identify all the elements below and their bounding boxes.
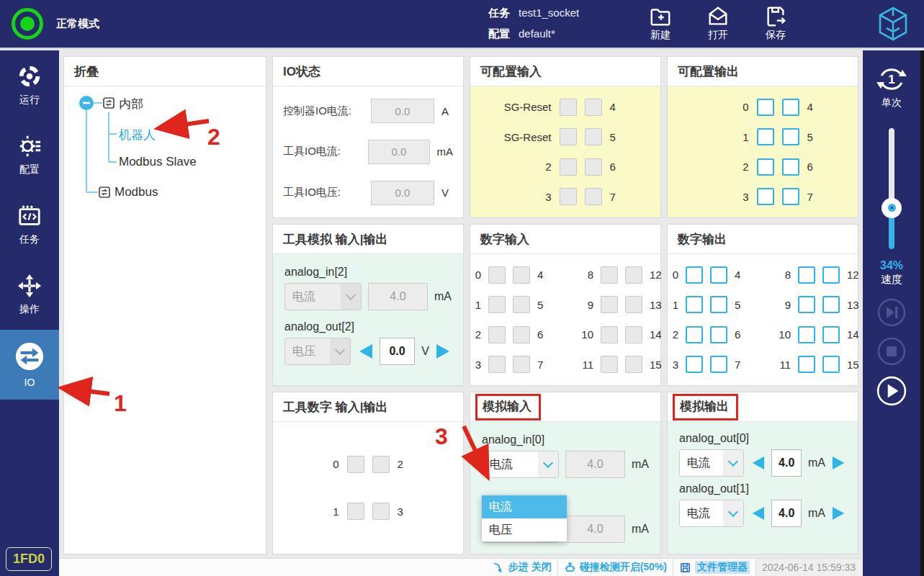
chevron-down-icon [538, 451, 558, 477]
checkbox [601, 356, 618, 373]
collision-detection-status[interactable]: 碰撞检测开启(50%) [557, 559, 673, 576]
checkbox[interactable] [757, 128, 774, 145]
analog-out-1-label: analog_out[1] [679, 482, 846, 495]
checkbox[interactable] [782, 99, 799, 116]
decrement-arrow-button[interactable] [750, 505, 765, 522]
analog-out-0-value-input[interactable]: 4.0 [771, 449, 802, 477]
analog-output-body: analog_out[0] 电流 4.0 mA analog_out[1] 电流 [668, 422, 858, 554]
step-mode-status[interactable]: 步进 关闭 [487, 559, 557, 576]
checkbox[interactable] [782, 128, 799, 145]
analog-in-0-label: analog_in[0] [482, 433, 649, 446]
dropdown-option-current[interactable]: 电流 [482, 495, 567, 518]
decrement-arrow-button[interactable] [750, 454, 765, 472]
hex-status-badge: 1FD0 [6, 547, 52, 571]
open-button-label: 打开 [708, 29, 728, 42]
checkbox[interactable] [686, 296, 703, 313]
increment-arrow-button[interactable] [832, 505, 846, 522]
new-folder-icon [648, 5, 673, 28]
collision-robot-icon [564, 562, 576, 574]
open-button[interactable]: 打开 [692, 5, 744, 42]
checkbox[interactable] [710, 296, 727, 313]
right-edge-strip [920, 50, 924, 576]
checkbox[interactable] [822, 356, 840, 373]
analog-out-0-type-select[interactable]: 电流 [679, 449, 744, 477]
play-button[interactable] [876, 376, 907, 406]
checkbox [625, 326, 642, 343]
stop-button [877, 337, 906, 366]
slider-knob[interactable] [882, 198, 902, 218]
task-config-info: 任务 test1_socket 配置 default* [488, 6, 579, 41]
checkbox[interactable] [757, 99, 774, 116]
checkbox [625, 296, 642, 313]
dropdown-option-voltage[interactable]: 电压 [482, 518, 567, 541]
analog-in-1-unit: mA [632, 523, 649, 536]
digital-output-body: 04812 15913 261014 371115 [668, 254, 858, 385]
save-button[interactable]: 保存 [750, 5, 802, 42]
checkbox[interactable] [798, 296, 815, 313]
slider-track-upper[interactable] [889, 128, 894, 208]
speed-slider[interactable] [882, 128, 902, 249]
analog-in-0-value-field: 4.0 [565, 451, 625, 478]
sidebar-item-task[interactable]: 任务 [0, 190, 59, 260]
analog-out-2-type-select: 电压 [284, 338, 351, 365]
sidebar-item-io[interactable]: IO [0, 330, 59, 400]
sidebar-item-operate[interactable]: 操作 [0, 260, 59, 330]
sidebar-item-config-label: 配置 [19, 163, 40, 176]
single-cycle-control[interactable]: 1 单次 [874, 62, 909, 109]
checkbox [625, 266, 642, 284]
checkbox[interactable] [757, 158, 774, 176]
checkbox [372, 503, 390, 520]
checkbox[interactable] [782, 188, 799, 205]
checkbox[interactable] [798, 356, 815, 373]
analog-out-2-value-input[interactable]: 0.0 [380, 338, 415, 365]
device-tree-panel: 折叠 内部 机器人 Modbus Slave [63, 56, 266, 554]
cfg-out-row: 26 [668, 158, 858, 176]
chevron-down-icon [723, 500, 743, 526]
chevron-down-icon [723, 450, 743, 476]
analog-in-0-unit: mA [632, 458, 649, 471]
checkbox[interactable] [686, 266, 703, 284]
tree-panel-title[interactable]: 折叠 [64, 57, 266, 86]
checkbox[interactable] [710, 266, 727, 284]
analog-out-1-value-input[interactable]: 4.0 [771, 500, 802, 527]
tree-node-internal[interactable]: 内部 [119, 96, 143, 112]
analog-out-1-type-select[interactable]: 电流 [679, 500, 744, 527]
checkbox[interactable] [822, 326, 840, 343]
sidebar-item-run[interactable]: 运行 [0, 50, 59, 120]
checkbox[interactable] [822, 266, 840, 284]
decrement-arrow-button[interactable] [357, 343, 373, 360]
file-manager-button[interactable]: 文件管理器 [673, 559, 755, 576]
analog-in-0-type-select[interactable]: 电流 [482, 451, 559, 478]
tree-node-robot[interactable]: 机器人 [119, 127, 156, 143]
digital-output-panel: 数字输出 04812 15913 261014 371115 [667, 224, 858, 386]
chevron-down-icon [330, 338, 350, 364]
di-row: 04812 [470, 266, 660, 284]
new-button-label: 新建 [650, 29, 670, 42]
checkbox [601, 296, 618, 313]
checkbox[interactable] [686, 326, 703, 343]
checkbox [488, 356, 506, 373]
increment-arrow-button[interactable] [832, 454, 846, 472]
cfg-out-row: 04 [668, 99, 858, 116]
checkbox[interactable] [782, 158, 799, 176]
checkbox[interactable] [686, 356, 703, 373]
checkbox[interactable] [710, 356, 727, 373]
increment-arrow-button[interactable] [436, 343, 452, 360]
checkbox[interactable] [757, 188, 774, 205]
speed-label: 速度 [881, 273, 902, 287]
checkbox [560, 188, 577, 205]
checkbox[interactable] [798, 266, 815, 284]
tree-node-modbus[interactable]: Modbus [115, 185, 158, 199]
tree-node-modbus-slave[interactable]: Modbus Slave [119, 155, 197, 169]
io-status-row: 工具IO电流: 0.0 mA [283, 140, 453, 164]
analog-out-1-unit: mA [808, 507, 825, 520]
checkbox[interactable] [710, 326, 727, 343]
brand-logo-icon [876, 6, 910, 45]
checkbox[interactable] [822, 296, 840, 313]
type-select-dropdown-list: 电流 电压 [482, 495, 567, 541]
new-button[interactable]: 新建 [634, 5, 686, 42]
sidebar-item-config[interactable]: 配置 [0, 120, 59, 190]
checkbox[interactable] [798, 326, 815, 343]
node-swap-icon [98, 186, 111, 199]
analog-input-header: 模拟输入 [470, 392, 660, 422]
